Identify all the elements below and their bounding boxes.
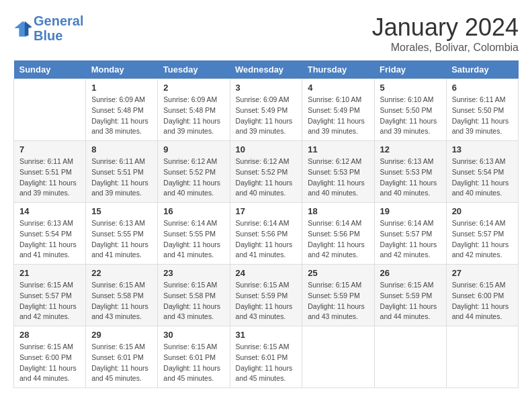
day-info: Sunrise: 6:13 AM Sunset: 5:55 PM Dayligh… [91,218,152,261]
day-cell [14,79,86,141]
day-info: Sunrise: 6:14 AM Sunset: 5:56 PM Dayligh… [308,218,368,261]
day-info: Sunrise: 6:14 AM Sunset: 5:57 PM Dayligh… [452,218,513,261]
day-number: 24 [236,268,297,278]
header-cell-tuesday: Tuesday [158,60,230,79]
day-info: Sunrise: 6:15 AM Sunset: 5:57 PM Dayligh… [19,280,80,322]
day-cell: 24Sunrise: 6:15 AM Sunset: 5:59 PM Dayli… [230,265,302,326]
day-info: Sunrise: 6:13 AM Sunset: 5:54 PM Dayligh… [452,156,513,199]
day-info: Sunrise: 6:12 AM Sunset: 5:53 PM Dayligh… [308,156,368,199]
day-cell: 4Sunrise: 6:10 AM Sunset: 5:49 PM Daylig… [302,79,374,141]
calendar-table: SundayMondayTuesdayWednesdayThursdayFrid… [13,60,519,388]
day-number: 3 [236,83,297,93]
week-row-4: 21Sunrise: 6:15 AM Sunset: 5:57 PM Dayli… [14,265,519,326]
day-cell [374,326,446,388]
day-info: Sunrise: 6:13 AM Sunset: 5:54 PM Dayligh… [19,218,80,261]
calendar-header: SundayMondayTuesdayWednesdayThursdayFrid… [14,60,519,79]
day-cell: 8Sunrise: 6:11 AM Sunset: 5:51 PM Daylig… [86,141,158,203]
day-info: Sunrise: 6:12 AM Sunset: 5:52 PM Dayligh… [236,156,297,199]
day-info: Sunrise: 6:15 AM Sunset: 6:01 PM Dayligh… [163,342,224,384]
day-cell: 20Sunrise: 6:14 AM Sunset: 5:57 PM Dayli… [446,203,518,265]
day-info: Sunrise: 6:15 AM Sunset: 5:58 PM Dayligh… [163,280,224,322]
day-number: 9 [163,144,224,154]
day-number: 1 [91,83,152,93]
day-info: Sunrise: 6:09 AM Sunset: 5:48 PM Dayligh… [91,95,152,137]
day-info: Sunrise: 6:14 AM Sunset: 5:56 PM Dayligh… [236,218,297,261]
day-cell: 5Sunrise: 6:10 AM Sunset: 5:50 PM Daylig… [374,79,446,141]
header-cell-monday: Monday [86,60,158,79]
day-info: Sunrise: 6:09 AM Sunset: 5:49 PM Dayligh… [236,95,297,137]
day-cell: 11Sunrise: 6:12 AM Sunset: 5:53 PM Dayli… [302,141,374,203]
header-cell-wednesday: Wednesday [230,60,302,79]
day-number: 12 [380,144,441,154]
day-info: Sunrise: 6:14 AM Sunset: 5:55 PM Dayligh… [163,218,224,261]
day-info: Sunrise: 6:15 AM Sunset: 5:58 PM Dayligh… [91,280,152,322]
day-info: Sunrise: 6:13 AM Sunset: 5:53 PM Dayligh… [380,156,441,199]
day-cell: 27Sunrise: 6:15 AM Sunset: 6:00 PM Dayli… [446,265,518,326]
day-cell: 1Sunrise: 6:09 AM Sunset: 5:48 PM Daylig… [86,79,158,141]
day-number: 7 [19,144,80,154]
week-row-5: 28Sunrise: 6:15 AM Sunset: 6:00 PM Dayli… [14,326,519,388]
day-cell: 6Sunrise: 6:11 AM Sunset: 5:50 PM Daylig… [446,79,518,141]
day-number: 30 [163,330,224,340]
day-cell: 3Sunrise: 6:09 AM Sunset: 5:49 PM Daylig… [230,79,302,141]
day-cell: 9Sunrise: 6:12 AM Sunset: 5:52 PM Daylig… [158,141,230,203]
location-subtitle: Morales, Bolivar, Colombia [372,42,519,54]
day-cell: 19Sunrise: 6:14 AM Sunset: 5:57 PM Dayli… [374,203,446,265]
day-cell: 22Sunrise: 6:15 AM Sunset: 5:58 PM Dayli… [86,265,158,326]
day-cell: 23Sunrise: 6:15 AM Sunset: 5:58 PM Dayli… [158,265,230,326]
day-number: 13 [452,144,513,154]
week-row-2: 7Sunrise: 6:11 AM Sunset: 5:51 PM Daylig… [14,141,519,203]
day-number: 16 [163,206,224,216]
day-cell: 2Sunrise: 6:09 AM Sunset: 5:48 PM Daylig… [158,79,230,141]
day-info: Sunrise: 6:10 AM Sunset: 5:49 PM Dayligh… [308,95,368,137]
day-number: 31 [236,330,297,340]
day-number: 22 [91,268,152,278]
day-number: 25 [308,268,368,278]
day-cell: 17Sunrise: 6:14 AM Sunset: 5:56 PM Dayli… [230,203,302,265]
logo-icon [13,19,32,38]
header-cell-saturday: Saturday [446,60,518,79]
day-cell: 21Sunrise: 6:15 AM Sunset: 5:57 PM Dayli… [14,265,86,326]
day-number: 20 [452,206,513,216]
day-cell: 31Sunrise: 6:15 AM Sunset: 6:01 PM Dayli… [230,326,302,388]
day-number: 5 [380,83,441,93]
day-cell [302,326,374,388]
day-info: Sunrise: 6:15 AM Sunset: 5:59 PM Dayligh… [236,280,297,322]
day-info: Sunrise: 6:11 AM Sunset: 5:51 PM Dayligh… [19,156,80,199]
day-number: 15 [91,206,152,216]
day-number: 17 [236,206,297,216]
day-number: 8 [91,144,152,154]
day-cell: 25Sunrise: 6:15 AM Sunset: 5:59 PM Dayli… [302,265,374,326]
week-row-1: 1Sunrise: 6:09 AM Sunset: 5:48 PM Daylig… [14,79,519,141]
day-number: 14 [19,206,80,216]
day-cell: 15Sunrise: 6:13 AM Sunset: 5:55 PM Dayli… [86,203,158,265]
day-number: 19 [380,206,441,216]
day-info: Sunrise: 6:15 AM Sunset: 6:01 PM Dayligh… [91,342,152,384]
day-cell: 18Sunrise: 6:14 AM Sunset: 5:56 PM Dayli… [302,203,374,265]
day-cell: 12Sunrise: 6:13 AM Sunset: 5:53 PM Dayli… [374,141,446,203]
day-cell: 14Sunrise: 6:13 AM Sunset: 5:54 PM Dayli… [14,203,86,265]
day-number: 27 [452,268,513,278]
day-cell: 10Sunrise: 6:12 AM Sunset: 5:52 PM Dayli… [230,141,302,203]
day-number: 10 [236,144,297,154]
day-number: 26 [380,268,441,278]
day-cell: 26Sunrise: 6:15 AM Sunset: 5:59 PM Dayli… [374,265,446,326]
week-row-3: 14Sunrise: 6:13 AM Sunset: 5:54 PM Dayli… [14,203,519,265]
header-cell-friday: Friday [374,60,446,79]
day-number: 23 [163,268,224,278]
title-section: January 2024 Morales, Bolivar, Colombia [372,13,519,54]
header-row: SundayMondayTuesdayWednesdayThursdayFrid… [14,60,519,79]
day-info: Sunrise: 6:11 AM Sunset: 5:50 PM Dayligh… [452,95,513,137]
day-number: 21 [19,268,80,278]
day-number: 29 [91,330,152,340]
day-cell [446,326,518,388]
day-cell: 29Sunrise: 6:15 AM Sunset: 6:01 PM Dayli… [86,326,158,388]
day-cell: 28Sunrise: 6:15 AM Sunset: 6:00 PM Dayli… [14,326,86,388]
day-number: 28 [19,330,80,340]
day-info: Sunrise: 6:10 AM Sunset: 5:50 PM Dayligh… [380,95,441,137]
day-info: Sunrise: 6:12 AM Sunset: 5:52 PM Dayligh… [163,156,224,199]
day-cell: 13Sunrise: 6:13 AM Sunset: 5:54 PM Dayli… [446,141,518,203]
logo-text: General Blue [34,13,83,43]
header-cell-sunday: Sunday [14,60,86,79]
day-number: 2 [163,83,224,93]
